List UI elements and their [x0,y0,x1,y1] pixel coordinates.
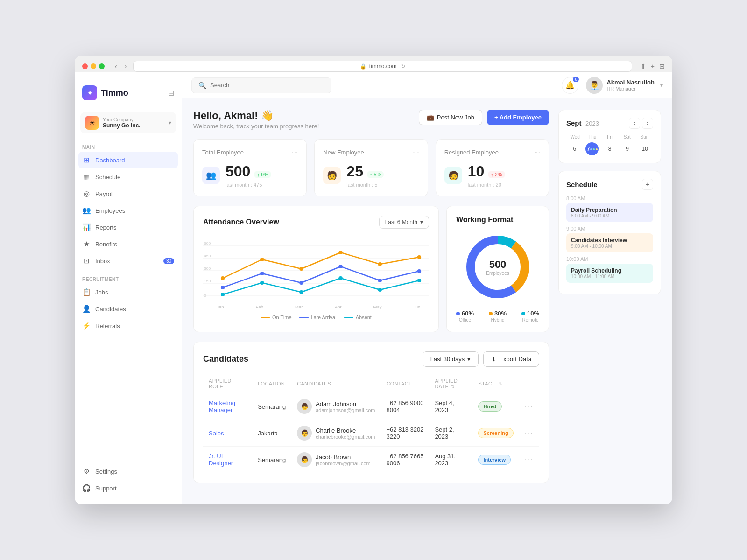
nav-item-settings[interactable]: ⚙ Settings [75,463,182,480]
sort-stage-icon[interactable]: ⇅ [499,382,502,386]
dashboard-icon: ⊞ [82,156,91,164]
chevron-down-icon: ▾ [169,119,171,126]
referrals-icon: ⚡ [82,322,91,330]
stat-menu-new[interactable]: ··· [413,148,419,156]
role-link-1[interactable]: Sales [209,430,224,437]
inbox-icon: ⊡ [82,257,91,265]
nav-item-inbox[interactable]: ⊡ Inbox 30 [75,252,182,269]
jobs-icon: 📋 [82,288,91,296]
nav-item-candidates[interactable]: 👤 Candidates [75,301,182,317]
cal-day-9[interactable]: 9 [621,142,634,155]
cal-day-6[interactable]: 6 [568,142,581,155]
sort-date-icon[interactable]: ⇅ [451,385,455,389]
main-content: Hello, Akmal! 👋 Welcome back, track your… [182,98,672,504]
forward-button[interactable]: › [123,62,129,71]
date-2: Aug 31, 2023 [429,447,472,473]
row-action-2[interactable]: ··· [525,455,534,463]
svg-point-16 [221,286,225,289]
stat-sub-resigned: last month : 20 [468,182,505,188]
segment-remote: 10% Remote [521,309,539,322]
nav-item-benefits[interactable]: ★ Benefits [75,236,182,252]
nav-label-settings: Settings [95,468,117,475]
search-input[interactable] [210,82,324,89]
nav-item-employees[interactable]: 👥 Employees [75,202,182,219]
export-data-button[interactable]: ⬇ Export Data [483,351,539,367]
settings-icon: ⚙ [82,467,91,476]
role-link-0[interactable]: Marketing Manager [209,399,235,413]
nav-label-schedule: Schedule [95,174,120,181]
nav-item-support[interactable]: 🎧 Support [75,480,182,497]
profile-chevron-icon: ▾ [660,82,663,89]
maximize-icon[interactable] [99,63,105,69]
row-action-1[interactable]: ··· [525,429,534,437]
cal-header: Sept 2023 ‹ › [566,118,653,129]
cal-day-10[interactable]: 10 [638,142,651,155]
candidate-name-1: Charlie Brooke [316,427,375,434]
minimize-icon[interactable] [91,63,96,69]
svg-text:0: 0 [204,294,206,298]
candidate-email-0: adamjohnson@gmail.com [316,407,375,413]
nav-item-payroll[interactable]: ◎ Payroll [75,185,182,202]
add-employee-button[interactable]: + Add Employee [487,110,549,125]
user-profile[interactable]: 👨‍💼 Akmal Nasrulloh HR Manager ▾ [586,77,663,94]
cal-day-8[interactable]: 8 [603,142,616,155]
post-job-button[interactable]: 💼 Post New Job [419,110,482,125]
svg-point-15 [417,255,421,259]
col-applied-role: APPLIED ROLE [203,374,252,393]
cal-days-header: Wed Thu Fri Sat Sun [566,134,653,140]
payroll-icon: ◎ [82,189,91,198]
company-info: Your Company Sunny Go Inc. [103,117,165,129]
stage-badge-2: Interview [478,455,511,465]
event-title-1: Candidates Interview [571,237,648,244]
new-tab-button[interactable]: + [651,63,655,70]
sidebar: ✦ Timmo ⊟ ☀ Your Company Sunny Go Inc. ▾… [75,72,182,504]
back-button[interactable]: ‹ [113,62,119,71]
share-button[interactable]: ⬆ [641,63,646,70]
search-box[interactable]: 🔍 [191,77,331,93]
stat-menu-resigned[interactable]: ··· [534,148,540,156]
nav-item-referrals[interactable]: ⚡ Referrals [75,317,182,334]
nav-item-dashboard[interactable]: ⊞ Dashboard [78,152,178,168]
row-action-0[interactable]: ··· [525,402,534,410]
stage-badge-0: Hired [478,401,501,412]
candidate-email-2: jacobbrown@gmail.com [316,461,371,466]
add-schedule-button[interactable]: + [642,179,653,190]
col-applied-date: APPLIED DATE ⇅ [429,374,472,393]
tab-grid-button[interactable]: ⊞ [659,63,665,70]
close-icon[interactable] [82,63,88,69]
event-time-0: 8:00 AM - 9:00 AM [571,213,648,218]
nav-label-jobs: Jobs [95,289,108,296]
stat-title-resigned: Resigned Employee [444,149,499,156]
role-link-2[interactable]: Jr. UI Designer [209,453,233,467]
candidates-filter-dropdown[interactable]: Last 30 days ▾ [423,351,479,367]
stat-menu-total[interactable]: ··· [292,148,298,156]
attendance-period-dropdown[interactable]: Last 6 Month ▾ [379,216,429,229]
schedule-icon: ▦ [82,173,91,181]
nav-item-jobs[interactable]: 📋 Jobs [75,284,182,301]
cal-prev-button[interactable]: ‹ [629,118,640,129]
date-0: Sept 4, 2023 [429,393,472,420]
stat-card-resigned: Resigned Employee ··· 🧑 10 ↑ 2% [436,139,549,196]
app-logo: ✦ [82,85,97,100]
candidates-header: Candidates Last 30 days ▾ ⬇ Export Data [203,351,539,367]
cal-next-button[interactable]: › [642,118,653,129]
svg-text:450: 450 [204,254,211,258]
svg-point-27 [417,279,421,282]
sidebar-toggle[interactable]: ⊟ [168,89,174,98]
time-label-10: 10:00 AM [566,256,653,262]
address-bar[interactable]: 🔒 timmo.com ↻ [133,61,632,72]
schedule-title: Schedule [566,181,598,189]
candidate-info-0: 👨 Adam Johnson adamjohnson@gmail.com [297,399,375,414]
nav-item-reports[interactable]: 📊 Reports [75,219,182,236]
nav-label-payroll: Payroll [95,190,114,197]
svg-text:Feb: Feb [256,305,263,309]
hybrid-dot [489,312,493,315]
cal-day-7[interactable]: 7 [585,142,599,155]
notifications-button[interactable]: 🔔 8 [562,77,578,94]
date-1: Sept 2, 2023 [429,420,472,447]
segment-office: 60% Office [456,309,474,322]
cal-days: 6 7 8 9 10 [566,142,653,155]
nav-item-schedule[interactable]: ▦ Schedule [75,168,182,185]
contact-1: +62 813 3202 3220 [381,420,430,447]
company-selector[interactable]: ☀ Your Company Sunny Go Inc. ▾ [80,112,176,133]
